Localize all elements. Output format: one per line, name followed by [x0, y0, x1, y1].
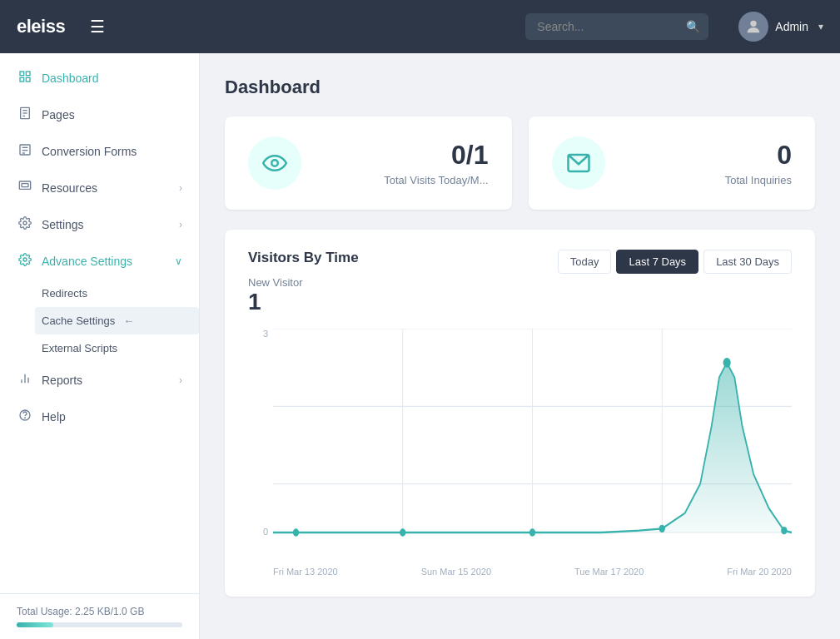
x-label-mar15: Sun Mar 15 2020 [421, 567, 491, 577]
time-filters: Today Last 7 Days Last 30 Days [558, 250, 792, 274]
visits-label: Total Visits Today/M... [384, 174, 488, 186]
cache-settings-label: Cache Settings [42, 315, 115, 327]
reports-icon [17, 372, 33, 389]
avatar [738, 12, 768, 42]
external-scripts-label: External Scripts [42, 342, 117, 354]
sidebar-item-help-label: Help [42, 410, 66, 424]
sidebar-item-pages-label: Pages [42, 108, 75, 121]
settings-chevron-icon: › [179, 219, 182, 230]
advance-settings-icon [17, 253, 33, 270]
inquiries-icon-wrap [552, 136, 605, 190]
chart-y-labels: 3 0 [248, 329, 268, 537]
stats-row: 0/1 Total Visits Today/M... 0 Total Inqu… [225, 116, 815, 210]
settings-icon [17, 216, 33, 233]
pages-icon [17, 106, 33, 123]
inquiries-stat-info: 0 Total Inquiries [622, 140, 793, 186]
time-filter-last-7-days[interactable]: Last 7 Days [616, 250, 698, 274]
sidebar: Dashboard Pages Conversion Forms [0, 53, 200, 639]
visits-icon-wrap [248, 136, 301, 190]
visits-number: 0/1 [451, 140, 488, 171]
redirects-label: Redirects [42, 287, 87, 300]
chart-x-labels: Fri Mar 13 2020 Sun Mar 15 2020 Tue Mar … [248, 567, 792, 577]
svg-rect-14 [22, 184, 28, 187]
svg-rect-3 [20, 77, 24, 82]
sidebar-item-advance-settings-label: Advance Settings [42, 255, 132, 268]
x-label-mar17: Tue Mar 17 2020 [574, 567, 644, 577]
sidebar-item-pages[interactable]: Pages [0, 97, 199, 133]
page-title: Dashboard [225, 77, 815, 98]
svg-point-33 [529, 528, 535, 536]
advance-settings-subnav: Redirects Cache Settings ← External Scri… [0, 280, 199, 362]
chart-visitor-count: 1 [248, 289, 558, 315]
sidebar-item-reports-label: Reports [42, 374, 82, 387]
sidebar-nav: Dashboard Pages Conversion Forms [0, 53, 199, 593]
help-icon [17, 409, 33, 425]
svg-point-15 [23, 221, 27, 225]
svg-point-31 [293, 528, 299, 536]
svg-rect-4 [26, 77, 30, 82]
svg-point-22 [271, 160, 278, 166]
stat-card-visits: 0/1 Total Visits Today/M... [225, 116, 512, 210]
dashboard-icon [17, 70, 33, 87]
logo: eleiss [17, 16, 65, 37]
svg-point-36 [781, 527, 787, 534]
sidebar-item-dashboard[interactable]: Dashboard [0, 60, 199, 97]
admin-label: Admin [775, 20, 808, 33]
svg-point-21 [25, 418, 26, 419]
search-bar: 🔍 [525, 13, 708, 40]
svg-rect-2 [26, 72, 30, 76]
chart-title-col: Visitors By Time New Visitor 1 [248, 250, 558, 315]
svg-point-16 [23, 258, 27, 261]
main-content: Dashboard 0/1 Total Visits Today/M... [200, 53, 840, 639]
svg-point-35 [723, 358, 731, 368]
sidebar-item-reports[interactable]: Reports › [0, 362, 199, 399]
visits-stat-info: 0/1 Total Visits Today/M... [318, 140, 489, 186]
chart-svg [273, 329, 792, 562]
reports-chevron-icon: › [179, 374, 182, 386]
subnav-item-redirects[interactable]: Redirects [42, 280, 199, 307]
sidebar-footer: Total Usage: 2.25 KB/1.0 GB [0, 593, 199, 639]
sidebar-item-advance-settings[interactable]: Advance Settings ∨ [0, 243, 199, 280]
svg-point-34 [659, 525, 665, 532]
sidebar-item-conversion-forms-label: Conversion Forms [42, 145, 137, 158]
user-menu[interactable]: Admin ▾ [738, 12, 823, 42]
search-icon: 🔍 [686, 20, 700, 33]
sidebar-item-settings[interactable]: Settings › [0, 206, 199, 243]
chart-visitor-label: New Visitor [248, 276, 558, 289]
subnav-item-external-scripts[interactable]: External Scripts [42, 334, 199, 362]
stat-card-inquiries: 0 Total Inquiries [529, 116, 816, 210]
sidebar-item-dashboard-label: Dashboard [42, 72, 99, 85]
y-label-3: 3 [248, 329, 268, 339]
usage-bar-background [17, 622, 182, 627]
x-label-mar13: Fri Mar 13 2020 [273, 567, 338, 577]
x-label-mar20: Fri Mar 20 2020 [727, 567, 792, 577]
svg-rect-1 [20, 72, 24, 76]
y-label-0: 0 [248, 527, 268, 537]
sidebar-item-settings-label: Settings [42, 218, 84, 231]
top-navigation: eleiss ☰ 🔍 Admin ▾ [0, 0, 840, 53]
subnav-item-cache-settings[interactable]: Cache Settings ← [35, 307, 199, 334]
search-input[interactable] [525, 13, 708, 40]
time-filter-last-30-days[interactable]: Last 30 Days [703, 250, 792, 274]
chart-area: 3 0 [248, 329, 792, 562]
sidebar-item-help[interactable]: Help [0, 399, 199, 435]
usage-label: Total Usage: 2.25 KB/1.0 GB [17, 606, 144, 617]
layout: Dashboard Pages Conversion Forms [0, 53, 840, 639]
cache-settings-arrow-icon: ← [123, 315, 134, 327]
time-filter-today[interactable]: Today [558, 250, 612, 274]
svg-point-0 [751, 21, 757, 27]
resources-chevron-icon: › [179, 182, 182, 194]
advance-settings-chevron-icon: ∨ [175, 255, 182, 267]
resources-icon [17, 180, 33, 196]
hamburger-menu-icon[interactable]: ☰ [90, 17, 105, 37]
sidebar-item-resources-label: Resources [42, 181, 97, 195]
sidebar-item-conversion-forms[interactable]: Conversion Forms [0, 133, 199, 170]
chart-title: Visitors By Time [248, 250, 558, 266]
inquiries-label: Total Inquiries [725, 174, 792, 186]
chevron-down-icon: ▾ [818, 21, 823, 32]
chart-card: Visitors By Time New Visitor 1 Today Las… [225, 230, 815, 597]
sidebar-item-resources[interactable]: Resources › [0, 170, 199, 206]
svg-point-32 [400, 528, 405, 536]
inquiries-number: 0 [777, 140, 792, 171]
chart-header: Visitors By Time New Visitor 1 Today Las… [248, 250, 792, 315]
